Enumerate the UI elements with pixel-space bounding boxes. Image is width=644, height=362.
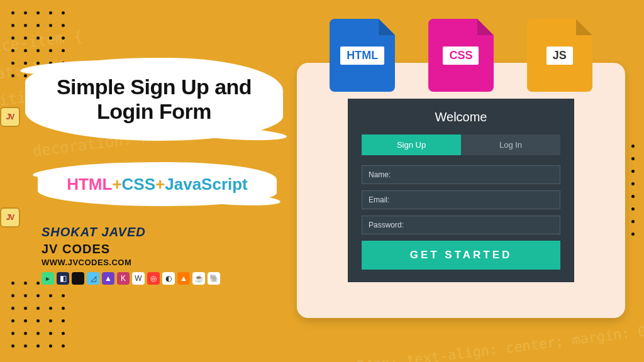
plus-icon: +: [155, 175, 165, 194]
form-panel: Welcome Sign Up Log In Name: Email: Pass…: [348, 99, 574, 282]
file-icon-row: HTML CSS JS: [313, 19, 609, 92]
tech-icon: ◐: [162, 272, 175, 285]
tech-icon: ▸: [42, 272, 54, 285]
credits-block: SHOKAT JAVED JV CODES WWW.JVCODES.COM ▸◧…: [42, 225, 289, 285]
tech-icon: ◎: [147, 272, 160, 285]
email-field[interactable]: Email:: [362, 190, 560, 209]
tech-icon: ◿: [87, 272, 99, 285]
file-label: CSS: [443, 47, 479, 65]
tech-icon: ▲: [177, 272, 190, 285]
html-file-icon: HTML: [330, 19, 395, 92]
form-tabs: Sign Up Log In: [362, 134, 560, 155]
subheadline-brush: HTML+CSS+JavaScript: [38, 162, 277, 206]
plus-icon: +: [112, 175, 121, 194]
name-field[interactable]: Name:: [362, 165, 560, 184]
tech-js: JavaScript: [165, 175, 248, 194]
file-label: HTML: [340, 47, 384, 65]
tab-signup[interactable]: Sign Up: [362, 134, 461, 155]
headline-brush: Simple Sign Up and Login Form: [25, 58, 283, 141]
tab-login[interactable]: Log In: [461, 134, 560, 155]
tech-css: CSS: [122, 175, 155, 194]
file-label: JS: [547, 47, 573, 65]
preview-card: Welcome Sign Up Log In Name: Email: Pass…: [297, 63, 625, 318]
page-title: Simple Sign Up and Login Form: [57, 75, 252, 124]
tech-html: HTML: [67, 175, 112, 194]
form-title: Welcome: [362, 110, 560, 124]
site-url: WWW.JVCODES.COM: [42, 258, 289, 267]
headline-line1: Simple Sign Up and: [57, 75, 252, 99]
tech-icon: W: [132, 272, 145, 285]
css-file-icon: CSS: [428, 19, 494, 92]
tech-stack-line: HTML+CSS+JavaScript: [67, 175, 248, 194]
jv-badge-icon: JV: [0, 107, 20, 127]
bg-code-bottom: h4.service-item { font-size: 24px; text-…: [116, 318, 644, 362]
headline-line2: Login Form: [97, 99, 211, 123]
jv-badge-icon: JV: [0, 207, 20, 228]
js-file-icon: JS: [527, 19, 592, 92]
tech-icon-row: ▸◧◿▲KW◎◐▲☕🐘: [42, 272, 289, 285]
tech-icon: ◧: [57, 272, 69, 285]
decorative-dots: [11, 282, 68, 351]
tech-icon: [72, 272, 84, 285]
author-name: SHOKAT JAVED: [42, 225, 289, 239]
get-started-button[interactable]: GET STARTED: [362, 241, 560, 270]
tech-icon: ▲: [102, 272, 114, 285]
brand-name: JV CODES: [42, 242, 289, 256]
tech-icon: 🐘: [208, 272, 220, 285]
tech-icon: K: [117, 272, 130, 285]
tech-icon: ☕: [192, 272, 205, 285]
password-field[interactable]: Password:: [362, 216, 560, 234]
